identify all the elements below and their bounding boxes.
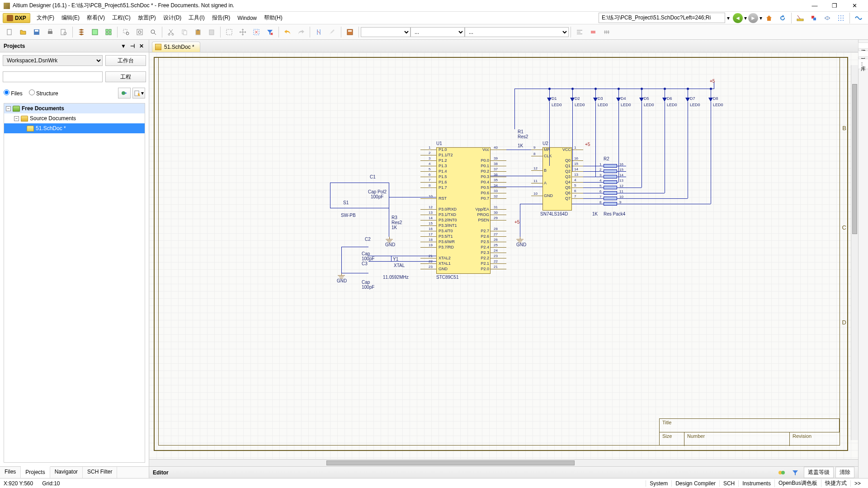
menu-edit[interactable]: 编辑(E) [58, 12, 83, 23]
doc-tab-51schdoc[interactable]: 51.SchDoc * [152, 42, 200, 52]
res-pack[interactable] [604, 180, 617, 184]
project-tree[interactable]: − Free Documents − Source Documents 51.S… [4, 103, 145, 463]
path-display[interactable]: E:\练习\PCB_Project\51.SchDoc?Left=246;Ri [599, 13, 725, 23]
sheet-icon[interactable] [90, 27, 100, 38]
menu-file[interactable]: 文件(F) [33, 12, 58, 23]
menu-view[interactable]: 察看(V) [83, 12, 108, 23]
res-pack[interactable] [604, 191, 617, 195]
selection-filter-2[interactable]: ... [410, 27, 465, 37]
tab-navigator[interactable]: Navigator [50, 467, 83, 478]
tree-root[interactable]: − Free Documents [4, 103, 145, 113]
mask-icon-2[interactable] [790, 467, 801, 478]
dxp-menu[interactable]: DXP [3, 13, 30, 23]
led-icon[interactable] [593, 98, 598, 102]
tab-sch-filter[interactable]: SCH Filter [83, 467, 117, 478]
clear-filter-icon[interactable] [264, 27, 275, 38]
deselect-icon[interactable] [251, 27, 262, 38]
rect-fill-icon[interactable] [588, 27, 599, 38]
home-icon[interactable] [764, 13, 774, 23]
right-tab-clipboard[interactable]: 剪贴板 [858, 51, 868, 57]
res-pack[interactable] [604, 164, 617, 168]
status-openbus[interactable]: OpenBus调色板 [774, 479, 821, 487]
browse-icon[interactable] [344, 27, 355, 38]
status-sch[interactable]: SCH [719, 480, 738, 487]
res-pack[interactable] [604, 186, 617, 189]
led-icon[interactable] [570, 98, 575, 102]
right-tab-libraries[interactable]: 库... [858, 59, 868, 69]
radio-files[interactable]: Files [4, 89, 23, 97]
maximize-button[interactable]: ❐ [825, 0, 844, 11]
minimize-button[interactable]: — [805, 0, 825, 11]
tab-files[interactable]: Files [0, 467, 21, 478]
menu-report[interactable]: 报告(R) [208, 12, 234, 23]
paste-icon[interactable] [193, 27, 203, 38]
print-icon[interactable] [45, 27, 56, 38]
refresh-icon[interactable] [777, 13, 788, 23]
workspace-button[interactable]: 工作台 [105, 55, 146, 66]
refresh-project-icon[interactable] [118, 88, 131, 99]
redo-icon[interactable] [296, 27, 307, 38]
hierarchy-icon[interactable] [76, 27, 87, 38]
project-options-icon[interactable]: ▾ [132, 88, 145, 99]
tab-projects[interactable]: Projects [21, 466, 50, 478]
select-rect-icon[interactable] [224, 27, 235, 38]
workspace-select[interactable]: Workspace1.DsnWrk [3, 55, 103, 66]
mask-level-button[interactable]: 遮盖等级 [804, 467, 834, 478]
led-icon[interactable] [639, 98, 644, 102]
led-icon[interactable] [662, 98, 667, 102]
schematic-canvas[interactable]: B C D U1 STC89C51 U2 SN74LS164D R2 1K Re… [149, 52, 858, 459]
selection-filter-3[interactable]: ... [465, 27, 569, 37]
save-icon[interactable] [31, 27, 42, 38]
status-system[interactable]: System [646, 480, 671, 487]
status-instruments[interactable]: Instruments [738, 480, 774, 487]
undo-icon[interactable] [282, 27, 293, 38]
panel-pin-icon[interactable]: ⊣ [129, 42, 136, 50]
menu-help[interactable]: 帮助(H) [260, 12, 286, 23]
led-icon[interactable] [708, 98, 713, 102]
copy-icon[interactable] [179, 27, 190, 38]
status-compiler[interactable]: Design Compiler [671, 480, 719, 487]
cut-icon[interactable] [165, 27, 176, 38]
ruler-icon[interactable] [795, 13, 806, 23]
panel-close-icon[interactable]: ✕ [138, 42, 145, 50]
grid-dots-icon[interactable] [835, 13, 846, 23]
open-icon[interactable] [18, 27, 28, 38]
led-icon[interactable] [685, 98, 690, 102]
path-dropdown-icon[interactable]: ▾ [727, 15, 730, 21]
led-icon[interactable] [616, 98, 621, 102]
project-input[interactable] [3, 71, 103, 82]
nav-forward-dropdown-icon[interactable]: ▾ [760, 15, 762, 21]
menu-place[interactable]: 放置(P) [134, 12, 160, 23]
led-icon[interactable] [547, 98, 552, 102]
status-shortcut[interactable]: 快捷方式 [821, 479, 850, 487]
move-icon[interactable] [237, 27, 248, 38]
close-button[interactable]: ✕ [844, 0, 864, 11]
res-pack[interactable] [604, 202, 617, 206]
clear-button[interactable]: 清除 [835, 467, 854, 478]
res-pack[interactable] [604, 169, 617, 173]
res-pack[interactable] [604, 197, 617, 200]
net-icon[interactable] [601, 27, 612, 38]
panel-menu-icon[interactable]: ▼ [120, 42, 127, 50]
mask-icon-1[interactable] [776, 467, 787, 478]
cross-probe-icon[interactable] [313, 27, 324, 38]
align-icon[interactable] [574, 27, 585, 38]
tree-collapse-icon[interactable]: − [6, 106, 11, 111]
selection-filter-1[interactable] [361, 27, 410, 37]
zoom-select-icon[interactable] [148, 27, 159, 38]
highlight-pen-icon[interactable] [327, 27, 338, 38]
menu-design[interactable]: 设计(D) [160, 12, 185, 23]
tree-schdoc[interactable]: 51.SchDoc * [4, 123, 145, 133]
zoom-fit-icon[interactable] [134, 27, 145, 38]
horizontal-scrollbar[interactable] [149, 459, 858, 466]
duplicate-icon[interactable] [206, 27, 217, 38]
menu-window[interactable]: Window [234, 13, 260, 23]
multi-sheet-icon[interactable] [103, 27, 114, 38]
tree-collapse-icon[interactable]: − [14, 116, 19, 121]
nav-forward-button[interactable]: ► [748, 13, 758, 23]
vertical-scrollbar[interactable] [851, 65, 858, 440]
zoom-area-icon[interactable] [121, 27, 132, 38]
radio-structure[interactable]: Structure [29, 89, 58, 97]
layers-icon[interactable] [808, 13, 819, 23]
res-pack[interactable] [604, 175, 617, 178]
